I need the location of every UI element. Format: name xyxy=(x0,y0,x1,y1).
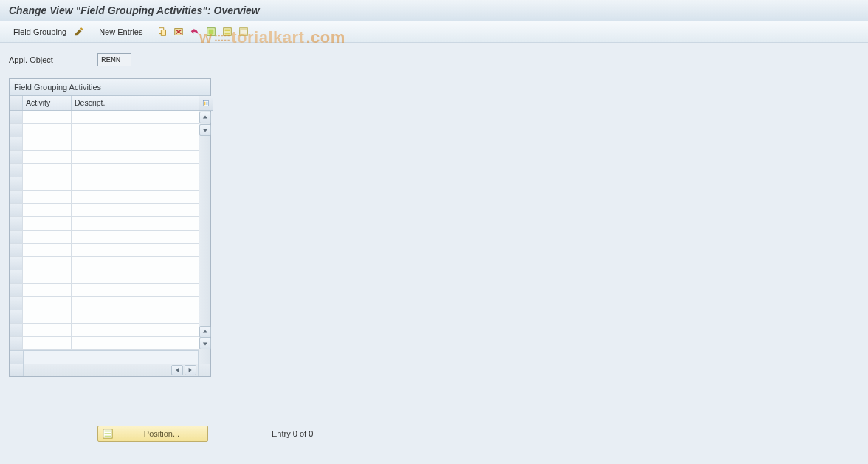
row-selector[interactable] xyxy=(10,111,23,124)
select-all-icon[interactable] xyxy=(204,25,218,38)
scroll-left-icon[interactable] xyxy=(171,365,183,375)
row-selector[interactable] xyxy=(10,204,23,217)
row-selector[interactable] xyxy=(10,231,23,244)
table-row[interactable] xyxy=(10,270,199,284)
scroll-down-icon[interactable] xyxy=(199,338,211,349)
row-selector[interactable] xyxy=(10,324,23,337)
scroll-up-icon[interactable] xyxy=(199,112,211,123)
cell-activity[interactable] xyxy=(23,137,72,151)
cell-descript[interactable] xyxy=(72,151,199,164)
cell-descript[interactable] xyxy=(72,231,199,244)
column-descript[interactable]: Descript. xyxy=(72,96,199,110)
undo-icon[interactable] xyxy=(188,25,202,38)
field-grouping-table: Field Grouping Activities Activity Descr… xyxy=(9,78,211,377)
table-settings-icon[interactable] xyxy=(199,96,213,111)
deselect-all-icon[interactable] xyxy=(237,25,250,38)
cell-activity[interactable] xyxy=(23,257,72,270)
cell-descript[interactable] xyxy=(72,164,199,177)
scroll-right-icon[interactable] xyxy=(185,365,196,375)
field-grouping-menu[interactable]: Field Grouping xyxy=(10,26,69,38)
row-selector[interactable] xyxy=(10,164,23,177)
row-selector[interactable] xyxy=(10,297,23,310)
cell-activity[interactable] xyxy=(23,270,72,284)
cell-activity[interactable] xyxy=(23,164,72,177)
table-row[interactable] xyxy=(10,310,199,324)
cell-activity[interactable] xyxy=(23,204,72,217)
table-row[interactable] xyxy=(10,191,199,204)
cell-descript[interactable] xyxy=(72,217,199,231)
appl-object-field[interactable] xyxy=(97,53,131,66)
cell-descript[interactable] xyxy=(72,177,199,191)
row-selector[interactable] xyxy=(10,244,23,257)
cell-activity[interactable] xyxy=(23,124,72,137)
cell-descript[interactable] xyxy=(72,324,199,337)
table-row[interactable] xyxy=(10,177,199,191)
cell-activity[interactable] xyxy=(23,310,72,324)
scroll-up-bottom-icon[interactable] xyxy=(199,326,211,338)
cell-descript[interactable] xyxy=(72,297,199,310)
table-header: Activity Descript. xyxy=(10,96,199,111)
column-activity[interactable]: Activity xyxy=(23,96,72,110)
cell-activity[interactable] xyxy=(23,177,72,191)
cell-descript[interactable] xyxy=(72,191,199,204)
table-row[interactable] xyxy=(10,124,199,137)
cell-descript[interactable] xyxy=(72,204,199,217)
cell-descript[interactable] xyxy=(72,270,199,284)
cell-descript[interactable] xyxy=(72,137,199,151)
row-selector[interactable] xyxy=(10,310,23,324)
delete-icon[interactable] xyxy=(172,25,185,38)
cell-descript[interactable] xyxy=(72,310,199,324)
scroll-down-small-icon[interactable] xyxy=(199,124,211,136)
footer-bar: Position... Entry 0 of 0 xyxy=(9,424,859,443)
cell-activity[interactable] xyxy=(23,231,72,244)
cell-activity[interactable] xyxy=(23,337,72,350)
table-row[interactable] xyxy=(10,164,199,177)
cell-descript[interactable] xyxy=(72,111,199,124)
row-selector[interactable] xyxy=(10,257,23,270)
table-row[interactable] xyxy=(10,297,199,310)
copy-icon[interactable] xyxy=(156,25,169,38)
cell-activity[interactable] xyxy=(23,324,72,337)
table-row[interactable] xyxy=(10,217,199,231)
cell-descript[interactable] xyxy=(72,244,199,257)
row-selector[interactable] xyxy=(10,337,23,350)
horizontal-scrollbar[interactable] xyxy=(10,364,210,376)
toggle-change-icon[interactable] xyxy=(72,25,86,38)
cell-activity[interactable] xyxy=(23,191,72,204)
column-selector[interactable] xyxy=(10,96,23,110)
entry-status: Entry 0 of 0 xyxy=(272,429,313,438)
cell-activity[interactable] xyxy=(23,217,72,231)
row-selector[interactable] xyxy=(10,217,23,231)
row-selector[interactable] xyxy=(10,151,23,164)
table-row[interactable] xyxy=(10,231,199,244)
cell-descript[interactable] xyxy=(72,337,199,350)
cell-descript[interactable] xyxy=(72,257,199,270)
cell-activity[interactable] xyxy=(23,151,72,164)
svg-rect-11 xyxy=(207,101,208,105)
vertical-scrollbar[interactable] xyxy=(199,96,210,350)
cell-descript[interactable] xyxy=(72,124,199,137)
cell-activity[interactable] xyxy=(23,111,72,124)
new-entries-button[interactable]: New Entries xyxy=(96,26,145,38)
table-row[interactable] xyxy=(10,337,199,350)
cell-activity[interactable] xyxy=(23,284,72,297)
cell-descript[interactable] xyxy=(72,284,199,297)
cell-activity[interactable] xyxy=(23,244,72,257)
row-selector[interactable] xyxy=(10,177,23,191)
table-row[interactable] xyxy=(10,257,199,270)
row-selector[interactable] xyxy=(10,191,23,204)
table-row[interactable] xyxy=(10,204,199,217)
table-row[interactable] xyxy=(10,284,199,297)
row-selector[interactable] xyxy=(10,124,23,137)
position-button[interactable]: Position... xyxy=(97,426,208,442)
cell-activity[interactable] xyxy=(23,297,72,310)
table-row[interactable] xyxy=(10,151,199,164)
row-selector[interactable] xyxy=(10,284,23,297)
row-selector[interactable] xyxy=(10,137,23,151)
table-row[interactable] xyxy=(10,324,199,337)
select-block-icon[interactable] xyxy=(221,25,234,38)
table-row[interactable] xyxy=(10,111,199,124)
row-selector[interactable] xyxy=(10,270,23,284)
table-row[interactable] xyxy=(10,137,199,151)
table-row[interactable] xyxy=(10,244,199,257)
